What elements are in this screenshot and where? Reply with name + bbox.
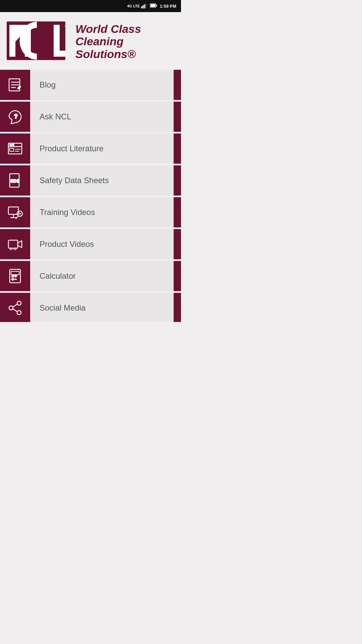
svg-rect-24 — [10, 148, 14, 151]
sds-icon: SDS — [7, 172, 23, 189]
svg-point-46 — [17, 301, 21, 305]
product-literature-label: Product Literature — [30, 144, 174, 153]
svg-rect-5 — [150, 4, 156, 7]
social-media-label: Social Media — [30, 303, 174, 313]
social-media-icon-box — [0, 293, 30, 322]
safety-data-sheets-icon-box: SDS — [0, 165, 30, 196]
svg-text:®: ® — [65, 24, 67, 28]
product-videos-arrow — [174, 229, 181, 259]
svg-line-50 — [13, 309, 17, 312]
blog-label: Blog — [30, 80, 174, 90]
ncl-logo: ® — [7, 21, 69, 62]
svg-text:SDS: SDS — [10, 178, 19, 183]
training-videos-arrow — [174, 197, 181, 227]
header: ® World Class Cleaning Solutions® — [0, 12, 181, 68]
svg-rect-1 — [142, 5, 143, 8]
ask-ncl-icon-box: ? — [0, 102, 30, 132]
status-bar: 4G LTE 1:59 PM — [0, 0, 181, 12]
svg-line-49 — [13, 304, 17, 307]
blog-arrow — [174, 70, 181, 100]
svg-point-47 — [9, 306, 13, 310]
safety-data-sheets-arrow — [174, 165, 181, 196]
calculator-icon: +- ×÷ — [7, 268, 23, 284]
tagline: World Class Cleaning Solutions® — [75, 23, 174, 60]
calculator-label: Calculator — [30, 271, 174, 281]
svg-rect-38 — [8, 240, 18, 248]
svg-point-13 — [36, 33, 51, 48]
battery-icon — [150, 3, 157, 9]
ask-ncl-label: Ask NCL — [30, 112, 174, 121]
signal-strength-icon — [141, 4, 147, 8]
calculator-arrow — [174, 261, 181, 291]
menu-item-safety-data-sheets[interactable]: SDS Safety Data Sheets — [0, 165, 181, 196]
svg-line-37 — [19, 214, 21, 215]
svg-marker-19 — [17, 86, 21, 90]
menu-item-social-media[interactable]: Social Media — [0, 293, 181, 322]
battery-svg — [150, 3, 157, 8]
training-icon — [7, 204, 23, 220]
svg-rect-8 — [9, 25, 15, 57]
svg-rect-0 — [141, 6, 142, 8]
video-camera-icon — [7, 236, 23, 252]
svg-text:×÷: ×÷ — [11, 273, 17, 278]
training-videos-label: Training Videos — [30, 208, 174, 217]
menu-item-product-videos[interactable]: Product Videos — [0, 229, 181, 259]
svg-rect-2 — [144, 4, 145, 8]
svg-point-34 — [17, 211, 22, 216]
svg-rect-12 — [54, 51, 65, 57]
signal-icons: 4G LTE — [127, 4, 147, 8]
tagline-line2: Cleaning Solutions® — [75, 35, 174, 60]
share-icon — [7, 300, 23, 316]
lte-icon: 4G LTE — [127, 4, 140, 8]
menu-item-blog[interactable]: Blog — [0, 70, 181, 100]
product-literature-arrow — [174, 133, 181, 164]
menu-list: Blog ? Ask NCL Product Li — [0, 70, 181, 322]
svg-point-28 — [12, 144, 13, 146]
chat-question-icon: ? — [7, 109, 23, 125]
menu-item-calculator[interactable]: +- ×÷ Calculator — [0, 261, 181, 291]
menu-item-product-literature[interactable]: Product Literature — [0, 133, 181, 164]
svg-marker-39 — [18, 241, 22, 248]
edit-icon — [7, 77, 23, 93]
menu-item-training-videos[interactable]: Training Videos — [0, 197, 181, 227]
blog-icon-box — [0, 70, 30, 100]
social-media-arrow — [174, 293, 181, 322]
menu-item-ask-ncl[interactable]: ? Ask NCL — [0, 102, 181, 132]
calculator-icon-box: +- ×÷ — [0, 261, 30, 291]
svg-line-36 — [19, 213, 21, 214]
product-videos-icon-box — [0, 229, 30, 259]
svg-rect-6 — [156, 5, 157, 6]
browser-icon — [7, 141, 23, 157]
training-videos-icon-box — [0, 197, 30, 227]
svg-point-48 — [17, 311, 21, 315]
clock: 1:59 PM — [160, 4, 176, 9]
svg-rect-3 — [145, 4, 146, 8]
product-literature-icon-box — [0, 133, 30, 164]
safety-data-sheets-label: Safety Data Sheets — [30, 176, 174, 185]
svg-text:?: ? — [14, 113, 18, 120]
product-videos-label: Product Videos — [30, 239, 174, 249]
tagline-line1: World Class — [75, 23, 174, 35]
svg-point-27 — [10, 144, 11, 146]
ask-ncl-arrow — [174, 102, 181, 132]
